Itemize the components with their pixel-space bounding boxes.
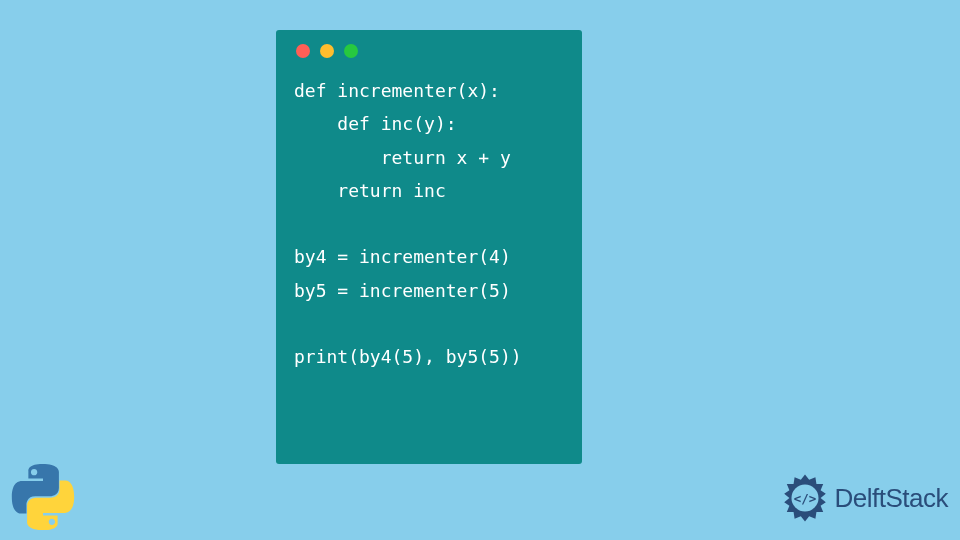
close-button-icon	[296, 44, 310, 58]
delftstack-logo: </> DelftStack	[779, 472, 949, 524]
svg-text:</>: </>	[793, 491, 816, 506]
maximize-button-icon	[344, 44, 358, 58]
brand-name: DelftStack	[835, 483, 949, 514]
gear-icon: </>	[779, 472, 831, 524]
window-controls	[296, 44, 564, 58]
minimize-button-icon	[320, 44, 334, 58]
code-window: def incrementer(x): def inc(y): return x…	[276, 30, 582, 464]
python-logo-icon	[8, 462, 78, 532]
code-block: def incrementer(x): def inc(y): return x…	[294, 74, 564, 374]
